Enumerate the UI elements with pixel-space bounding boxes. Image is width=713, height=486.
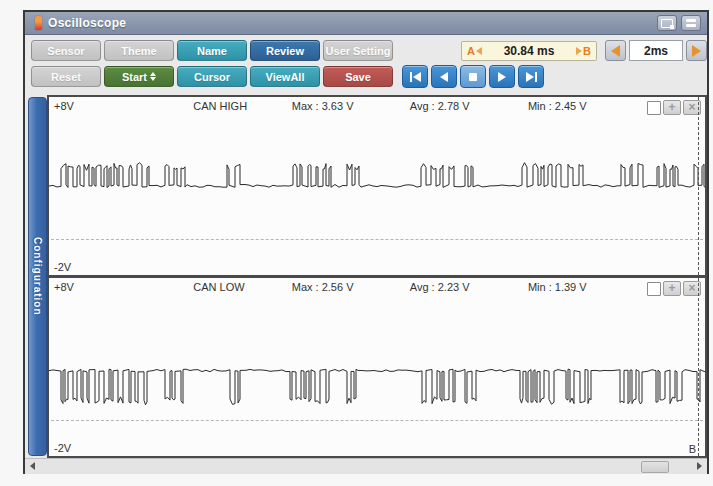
spinner-icon	[150, 72, 156, 81]
timebase-decrease-button[interactable]	[605, 40, 626, 61]
top-voltage-label: +8V	[54, 100, 74, 112]
channel-header: +8V CAN HIGH Max : 3.63 V Avg : 2.78 V M…	[49, 100, 705, 114]
stop-icon	[469, 73, 477, 81]
channel-panel-can-low: +8V CAN LOW Max : 2.56 V Avg : 2.23 V Mi…	[49, 278, 705, 456]
bottom-voltage-label: -2V	[54, 442, 71, 454]
cursor-button[interactable]: Cursor	[177, 66, 247, 87]
layout-button[interactable]	[681, 15, 701, 31]
channel-header: +8V CAN LOW Max : 2.56 V Avg : 2.23 V Mi…	[49, 281, 705, 295]
skip-to-start-icon-tri	[413, 72, 421, 82]
cursor-a-label: A	[467, 45, 482, 57]
review-button[interactable]: Review	[250, 40, 320, 61]
skip-to-start-button[interactable]	[402, 65, 428, 88]
reset-button[interactable]: Reset	[31, 66, 101, 87]
top-voltage-label: +8V	[54, 281, 74, 293]
playback-controls	[402, 65, 544, 88]
cursor-b-line[interactable]	[698, 97, 699, 275]
cursor-b-icon	[576, 47, 582, 55]
scroll-left-icon[interactable]	[30, 462, 35, 470]
channel-name: CAN LOW	[193, 281, 244, 293]
horizontal-scrollbar[interactable]	[25, 458, 707, 474]
channel-checkbox[interactable]	[647, 282, 661, 296]
cursor-button-label: Cursor	[194, 71, 230, 83]
toolbar: Sensor Theme Name Review User Setting Re…	[25, 35, 707, 95]
ab-time-value: 30.84 ms	[504, 44, 555, 58]
skip-to-end-button[interactable]	[518, 65, 544, 88]
viewall-button[interactable]: ViewAll	[250, 66, 320, 87]
zero-gridline	[51, 239, 703, 240]
titlebar-buttons	[657, 15, 701, 31]
step-back-button[interactable]	[431, 65, 457, 88]
channel-controls: + ×	[647, 100, 701, 115]
timebase-increase-button[interactable]	[686, 40, 707, 61]
left-arrow-icon	[611, 45, 620, 57]
play-button[interactable]	[489, 65, 515, 88]
pop-out-icon	[661, 19, 673, 28]
can-low-waveform	[49, 278, 705, 456]
can-high-waveform	[49, 97, 705, 275]
save-button-label: Save	[345, 71, 371, 83]
max-readout: Max : 2.56 V	[292, 281, 354, 293]
stop-button[interactable]	[460, 65, 486, 88]
save-button[interactable]: Save	[323, 66, 393, 87]
channel-name: CAN HIGH	[193, 100, 247, 112]
titlebar[interactable]: Oscilloscope	[25, 12, 707, 35]
name-button[interactable]: Name	[177, 40, 247, 61]
viewall-button-label: ViewAll	[266, 71, 305, 83]
zoom-in-button[interactable]: +	[663, 281, 681, 296]
min-readout: Min : 1.39 V	[528, 281, 587, 293]
skip-to-end-icon-bar	[535, 72, 537, 82]
review-button-label: Review	[266, 45, 304, 57]
channel-panel-can-high: +8V CAN HIGH Max : 3.63 V Avg : 2.78 V M…	[49, 97, 705, 275]
oscilloscope-window: Oscilloscope Sensor Theme Name Review Us…	[23, 10, 709, 474]
min-readout: Min : 2.45 V	[528, 100, 587, 112]
timebase-value[interactable]: 2ms	[629, 40, 683, 61]
app-icon	[35, 16, 42, 30]
channel-checkbox[interactable]	[647, 101, 661, 115]
max-readout: Max : 3.63 V	[292, 100, 354, 112]
right-arrow-icon	[692, 45, 701, 57]
name-button-label: Name	[197, 45, 227, 57]
bottom-voltage-label: -2V	[54, 261, 71, 273]
zoom-in-button[interactable]: +	[663, 100, 681, 115]
theme-button[interactable]: Theme	[104, 40, 174, 61]
theme-button-label: Theme	[121, 45, 156, 57]
toolbar-row-1: Sensor Theme Name Review User Setting	[31, 40, 393, 61]
step-back-icon	[440, 72, 448, 82]
toolbar-row-2: Reset Start Cursor ViewAll Save	[31, 66, 393, 87]
configuration-tab[interactable]: Configuration	[28, 97, 47, 456]
user-setting-button[interactable]: User Setting	[323, 40, 393, 61]
sidebar-rail: Configuration	[25, 95, 47, 458]
ab-time-readout: A 30.84 ms B	[461, 41, 597, 61]
cursor-a-icon	[476, 47, 482, 55]
configuration-tab-label: Configuration	[32, 237, 43, 316]
cursor-b-tag: B	[689, 443, 696, 455]
user-setting-button-label: User Setting	[326, 45, 391, 57]
skip-to-start-icon	[410, 72, 412, 82]
sensor-button-label: Sensor	[47, 45, 84, 57]
skip-to-end-icon	[526, 72, 534, 82]
cursor-b-line[interactable]	[698, 278, 699, 456]
channel-controls: + ×	[647, 281, 701, 296]
cursor-b-label: B	[576, 45, 591, 57]
avg-readout: Avg : 2.78 V	[410, 100, 470, 112]
scrollbar-thumb[interactable]	[641, 461, 669, 473]
play-icon	[498, 72, 506, 82]
start-button[interactable]: Start	[104, 66, 174, 87]
pop-out-button[interactable]	[657, 15, 677, 31]
reset-button-label: Reset	[51, 71, 81, 83]
start-button-label: Start	[122, 71, 147, 83]
zero-gridline	[51, 420, 703, 421]
scroll-right-icon[interactable]	[697, 462, 702, 470]
channel-panels: +8V CAN HIGH Max : 3.63 V Avg : 2.78 V M…	[47, 95, 707, 458]
sensor-button[interactable]: Sensor	[31, 40, 101, 61]
avg-readout: Avg : 2.23 V	[410, 281, 470, 293]
workspace: Configuration +8V CAN HIGH Max : 3.63 V …	[25, 95, 707, 458]
split-layout-icon	[686, 19, 696, 27]
window-title: Oscilloscope	[48, 16, 126, 30]
